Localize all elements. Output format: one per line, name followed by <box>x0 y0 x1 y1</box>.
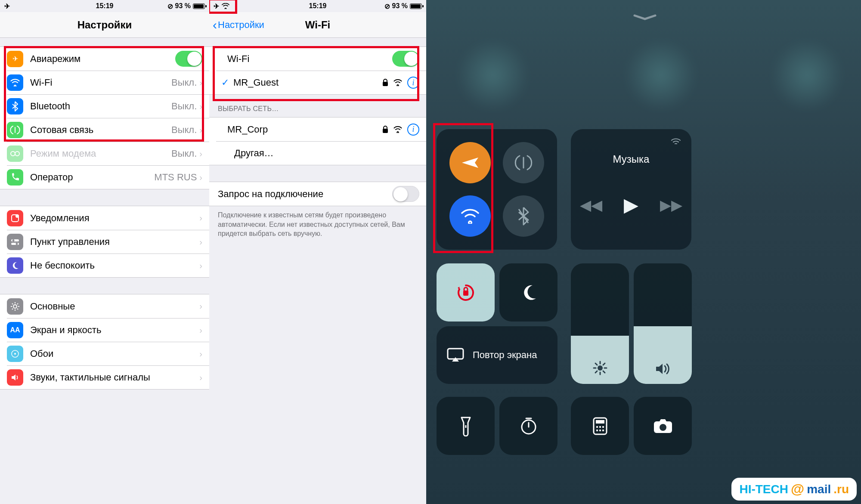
orientation-lock-icon: ⊘ <box>167 2 173 10</box>
svg-point-43 <box>599 429 601 431</box>
page-title: Настройки <box>77 19 132 31</box>
control-center-screen: Музыка ◀◀ ▶ ▶▶ Повтор экрана <box>426 0 861 504</box>
status-time: 15:19 <box>96 2 114 10</box>
row-label: Другая… <box>234 148 419 159</box>
svg-point-39 <box>596 426 598 427</box>
row-detail: Выкл. <box>171 101 197 112</box>
row-general[interactable]: Основные › <box>0 294 209 318</box>
next-track-button[interactable]: ▶▶ <box>660 196 682 213</box>
music-label: Музыка <box>613 153 650 165</box>
row-airplane-mode[interactable]: ✈︎ Авиарежим <box>0 47 209 71</box>
info-button[interactable]: i <box>407 77 419 89</box>
row-carrier[interactable]: Оператор MTS RUS › <box>7 165 209 189</box>
svg-point-23 <box>598 365 603 371</box>
chevron-right-icon: › <box>199 301 202 311</box>
cellular-icon <box>7 122 23 138</box>
row-ask-to-join[interactable]: Запрос на подключение <box>209 182 426 206</box>
svg-line-16 <box>17 303 18 304</box>
network-name: MR_Corp <box>227 124 382 135</box>
cc-calculator-button[interactable] <box>571 397 629 455</box>
svg-point-18 <box>14 353 16 355</box>
nav-header: Настройки <box>0 12 209 38</box>
row-label: Экран и яркость <box>30 325 199 336</box>
notifications-icon <box>7 210 23 226</box>
wifi-signal-icon <box>393 126 402 133</box>
display-icon: AA <box>7 322 23 338</box>
svg-point-1 <box>15 152 19 156</box>
orientation-lock-icon: ⊘ <box>384 2 390 10</box>
cc-timer-button[interactable] <box>499 397 557 455</box>
row-dnd[interactable]: Не беспокоить › <box>7 254 209 277</box>
airplay-icon <box>670 137 682 146</box>
ask-to-join-toggle[interactable] <box>392 186 419 202</box>
svg-point-42 <box>596 429 598 431</box>
prev-track-button[interactable]: ◀◀ <box>580 196 602 213</box>
music-tile[interactable]: Музыка ◀◀ ▶ ▶▶ <box>571 129 691 250</box>
control-center-icon <box>7 234 23 250</box>
svg-point-0 <box>11 152 15 156</box>
wifi-toggle[interactable] <box>392 51 419 67</box>
cc-orientation-lock-button[interactable] <box>437 263 495 322</box>
svg-rect-19 <box>383 82 388 86</box>
row-display[interactable]: AA Экран и яркость › <box>7 318 209 342</box>
back-button[interactable]: ‹ Настройки <box>213 19 264 31</box>
row-cellular[interactable]: Сотовая связь Выкл. › <box>7 118 209 142</box>
row-wifi-other[interactable]: Другая… <box>216 141 426 165</box>
hotspot-icon <box>7 145 23 162</box>
section-footnote: Подключение к известным сетям будет прои… <box>209 206 426 238</box>
chevron-right-icon: › <box>199 325 202 335</box>
svg-point-3 <box>15 214 19 218</box>
svg-line-28 <box>595 363 597 365</box>
airplane-toggle[interactable] <box>175 51 202 67</box>
cc-bluetooth-button[interactable] <box>503 195 544 237</box>
row-wifi-connected[interactable]: ✓ MR_Guest i <box>216 71 426 94</box>
wifi-settings-screen: ✈︎ 15:19 ⊘ 93 % ‹ Настройки Wi-Fi Wi-Fi … <box>209 0 426 504</box>
cc-wifi-button[interactable] <box>449 195 491 237</box>
cc-cellular-button[interactable] <box>503 142 544 183</box>
cc-screen-mirroring-button[interactable]: Повтор экрана <box>437 326 557 384</box>
airplane-icon: ✈︎ <box>7 51 23 67</box>
row-wallpaper[interactable]: Обои › <box>7 342 209 365</box>
play-button[interactable]: ▶ <box>624 194 638 216</box>
cc-volume-slider[interactable] <box>634 263 692 384</box>
row-label: Wi-Fi <box>30 77 171 88</box>
chevron-right-icon: › <box>199 125 202 135</box>
cc-dnd-button[interactable] <box>499 263 557 322</box>
row-wifi-network[interactable]: MR_Corp i <box>209 117 426 141</box>
cc-brightness-slider[interactable] <box>571 263 629 384</box>
svg-point-40 <box>599 426 601 427</box>
wifi-icon <box>7 74 23 91</box>
chevron-right-icon: › <box>199 102 202 111</box>
battery-icon <box>193 3 205 9</box>
row-label: Обои <box>30 348 199 359</box>
battery-icon <box>410 3 422 9</box>
watermark: HI-TECH @ mail .ru <box>731 478 857 501</box>
row-sounds[interactable]: Звуки, тактильные сигналы › <box>7 365 209 389</box>
grabber-icon[interactable] <box>633 14 654 17</box>
svg-line-31 <box>603 363 605 365</box>
row-label: Не беспокоить <box>30 260 199 271</box>
svg-rect-22 <box>463 291 468 296</box>
chevron-right-icon: › <box>199 349 202 359</box>
cc-airplane-button[interactable] <box>449 142 491 183</box>
chevron-right-icon: › <box>199 373 202 383</box>
row-bluetooth[interactable]: Bluetooth Выкл. › <box>7 94 209 118</box>
row-wifi-toggle[interactable]: Wi-Fi <box>209 47 426 71</box>
svg-point-44 <box>602 429 604 431</box>
row-label: Сотовая связь <box>30 124 171 136</box>
svg-point-41 <box>602 426 604 427</box>
svg-line-15 <box>12 309 13 309</box>
row-control-center[interactable]: Пункт управления › <box>7 230 209 254</box>
row-notifications[interactable]: Уведомления › <box>0 206 209 230</box>
info-button[interactable]: i <box>407 124 419 136</box>
svg-point-8 <box>13 305 17 308</box>
row-wifi[interactable]: Wi-Fi Выкл. › <box>7 71 209 94</box>
checkmark-icon: ✓ <box>220 77 231 88</box>
cc-camera-button[interactable] <box>634 397 692 455</box>
watermark-text: @ <box>791 481 804 497</box>
status-bar: ✈︎ 15:19 ⊘ 93 % <box>0 0 209 12</box>
battery-percent: 93 % <box>175 2 191 10</box>
airplane-status-icon: ✈︎ <box>214 2 219 10</box>
cc-flashlight-button[interactable] <box>437 397 495 455</box>
bluetooth-icon <box>7 98 23 114</box>
